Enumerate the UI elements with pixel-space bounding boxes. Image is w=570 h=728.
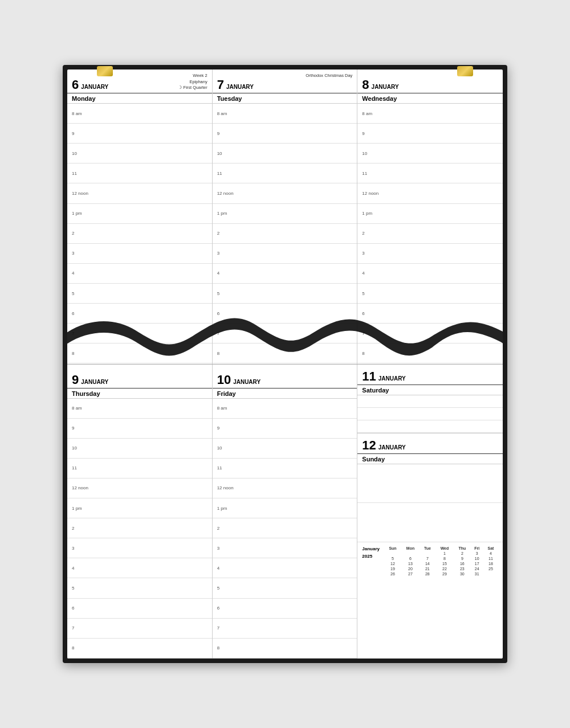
time-row: 9 [67, 124, 212, 144]
time-row: 4 [67, 558, 212, 578]
time-rows-6: 8 am 9 10 11 12 noon 1 pm 2 3 4 5 6 7 8 [67, 104, 212, 364]
time-row: 11 [213, 459, 357, 478]
day-month-11: January [378, 375, 406, 382]
time-row: 3 [213, 244, 357, 264]
time-row: 7 [67, 619, 212, 639]
time-row: 2 [357, 224, 503, 244]
day-name-6: Monday [67, 93, 212, 104]
day-month-7: January [226, 84, 254, 90]
time-row: 4 [213, 558, 357, 578]
time-row: 10 [67, 144, 212, 163]
time-row: 1 pm [213, 204, 357, 224]
time-row: 6 [67, 304, 212, 324]
mini-cal-week: 12131415161718 [384, 561, 498, 566]
time-row: 12 noon [213, 478, 357, 498]
day-header-6: 6 January Week 2Epiphany☽ First Quarter [67, 69, 212, 93]
day-name-9: Thursday [67, 388, 212, 399]
time-row: 12 noon [357, 183, 503, 203]
day-notes-6: Week 2Epiphany☽ First Quarter [178, 73, 207, 91]
time-rows-9: 8 am 9 10 11 12 noon 1 pm 2 3 4 5 6 7 8 [67, 399, 212, 659]
time-row: 2 [213, 224, 357, 244]
time-row: 12 noon [67, 183, 212, 203]
time-row: 2 [67, 518, 212, 538]
mini-cal-week: 1234 [384, 551, 498, 556]
day-header-10: 10 January [213, 365, 357, 388]
time-row: 10 [213, 144, 357, 163]
time-row: 11 [67, 163, 212, 183]
top-half: 6 January Week 2Epiphany☽ First Quarter … [67, 69, 503, 365]
day-col-7: 7 January Orthodox Christmas Day Tuesday… [213, 69, 358, 364]
time-row [357, 503, 503, 542]
bottom-half: 9 January Thursday 8 am 9 10 11 12 noon … [67, 365, 503, 659]
day-number-12: 12 [362, 439, 376, 452]
mini-cal-header: Fri [470, 546, 483, 551]
time-rows-10: 8 am 9 10 11 12 noon 1 pm 2 3 4 5 6 7 8 [213, 399, 357, 659]
time-row: 10 [213, 439, 357, 459]
time-rows-7: 8 am 9 10 11 12 noon 1 pm 2 3 4 5 6 7 8 [213, 104, 357, 364]
planner-inner: 6 January Week 2Epiphany☽ First Quarter … [67, 69, 503, 659]
time-row [357, 395, 503, 408]
day-number-9: 9 [72, 374, 79, 386]
time-row [357, 408, 503, 420]
day-number-7: 7 [217, 79, 224, 91]
time-row: 6 [213, 599, 357, 619]
day-number-11: 11 [362, 370, 376, 383]
day-col-10: 10 January Friday 8 am 9 10 11 12 noon 1… [213, 365, 358, 659]
day-month-8: January [372, 84, 399, 90]
day-header-9: 9 January [67, 365, 212, 388]
day-name-7: Tuesday [213, 93, 357, 104]
time-row: 9 [67, 419, 212, 439]
time-row: 1 pm [67, 498, 212, 518]
day-header-11: 11 January [357, 365, 503, 385]
bottom-three-col: 9 January Thursday 8 am 9 10 11 12 noon … [67, 365, 503, 659]
day-section-12: 12 January Sunday [357, 433, 503, 543]
time-row: 8 am [213, 104, 357, 124]
time-row: 6 [213, 304, 357, 324]
time-row: 8 [213, 343, 357, 363]
time-row: 1 pm [67, 204, 212, 224]
top-three-col: 6 January Week 2Epiphany☽ First Quarter … [67, 69, 503, 364]
day-month-6: January [81, 84, 108, 90]
mini-cal-month-year: January 2025 [362, 546, 380, 561]
time-row: 8 am [67, 104, 212, 124]
time-row: 2 [213, 518, 357, 538]
planner-outer: 6 January Week 2Epiphany☽ First Quarter … [63, 65, 507, 663]
time-row: 2 [67, 224, 212, 244]
time-row: 3 [67, 244, 212, 264]
day-col-8: 8 January Wednesday 8 am 9 10 11 12 noon… [357, 69, 503, 364]
mini-cal-header: Mon [401, 546, 420, 551]
time-row: 8 [213, 639, 357, 659]
day-number-8: 8 [362, 79, 369, 91]
mini-cal-header: Thu [454, 546, 470, 551]
mini-cal-table: Sun Mon Tue Wed Thu Fri Sat [384, 546, 498, 576]
time-row: 12 noon [67, 478, 212, 498]
time-row: 9 [357, 124, 503, 144]
mini-cal-header: Wed [435, 546, 454, 551]
mini-cal-week: 262728293031 [384, 571, 498, 576]
time-row: 5 [67, 578, 212, 598]
time-row: 6 [357, 304, 503, 324]
time-row: 11 [67, 459, 212, 478]
time-row: 8 [357, 343, 503, 363]
mini-cal-header: Tue [420, 546, 435, 551]
day-name-8: Wednesday [357, 93, 503, 104]
time-row: 12 noon [213, 183, 357, 203]
mini-cal-header: Sat [483, 546, 498, 551]
time-row: 10 [357, 144, 503, 163]
day-name-10: Friday [213, 388, 357, 399]
day-name-12: Sunday [357, 454, 503, 464]
day-col-9: 9 January Thursday 8 am 9 10 11 12 noon … [67, 365, 213, 659]
mini-calendar: January 2025 Sun Mon Tue Wed [357, 542, 503, 659]
time-row: 3 [67, 538, 212, 558]
time-row: 8 am [67, 399, 212, 419]
time-row: 7 [213, 619, 357, 639]
day-header-8: 8 January [357, 69, 503, 93]
time-row: 8 [67, 639, 212, 659]
time-row: 11 [357, 163, 503, 183]
time-row: 4 [67, 264, 212, 284]
time-row: 3 [357, 244, 503, 264]
day-notes-7: Orthodox Christmas Day [306, 73, 352, 79]
time-row: 1 pm [357, 204, 503, 224]
day-month-12: January [378, 444, 406, 451]
time-row: 5 [213, 284, 357, 304]
